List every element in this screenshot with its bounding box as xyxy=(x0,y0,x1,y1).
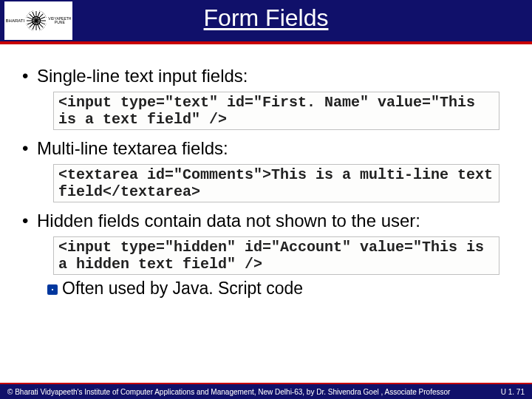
footer-pager: U 1. 71 xyxy=(501,388,525,396)
bullet-3: Hidden fields contain data not shown to … xyxy=(21,210,516,232)
bullet-3-text: Hidden fields contain data not shown to … xyxy=(37,211,420,231)
slide-title: Form Fields xyxy=(0,4,532,32)
bullet-1: Single-line text input fields: xyxy=(21,65,516,87)
slide: BHARATI VIDYAPEETH PUNE Form Fields Sing… xyxy=(0,0,532,399)
bullet-2: Multi-line textarea fields: xyxy=(21,137,516,160)
code-block-2: <textarea id="Comments">This is a multi-… xyxy=(53,164,499,202)
footer-band: © Bharati Vidyapeeth's Institute of Comp… xyxy=(0,383,532,399)
code-block-1: <input type="text" id="First. Name" valu… xyxy=(53,92,499,130)
bullet-1-text: Single-line text input fields: xyxy=(37,66,248,86)
footer-copyright: © Bharati Vidyapeeth's Institute of Comp… xyxy=(7,388,450,396)
sub-bullet-marker-icon xyxy=(47,284,58,295)
sub-bullet-1-text: Often used by Java. Script code xyxy=(62,279,303,298)
header-band: BHARATI VIDYAPEETH PUNE Form Fields xyxy=(0,0,532,44)
slide-content: Single-line text input fields: <input ty… xyxy=(0,44,532,299)
bullet-2-text: Multi-line textarea fields: xyxy=(37,138,228,158)
sub-bullet-1: Often used by Java. Script code xyxy=(47,278,516,299)
code-block-3: <input type="hidden" id="Account" value=… xyxy=(53,236,499,275)
